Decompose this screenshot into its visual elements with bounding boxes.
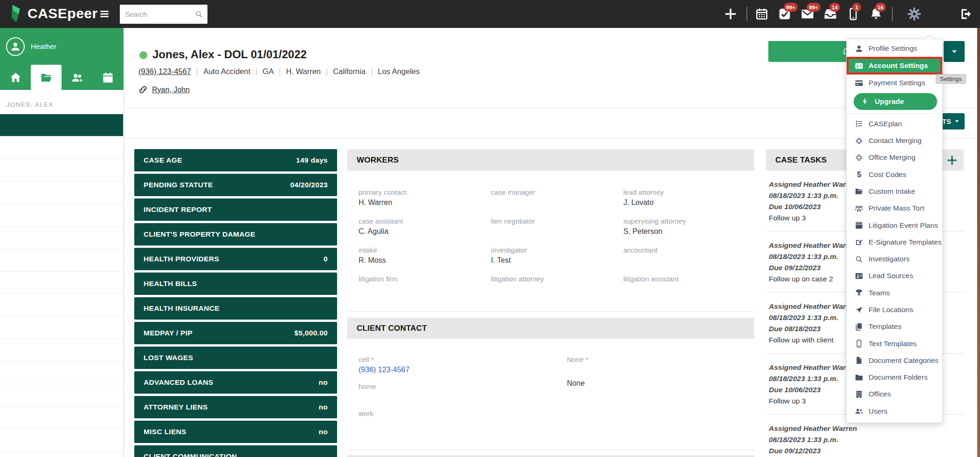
- sidebar-item[interactable]: [0, 249, 123, 272]
- credit-card-icon: [855, 79, 863, 88]
- texts-button[interactable]: 1: [846, 7, 860, 21]
- sidebar-item[interactable]: [0, 339, 123, 362]
- menu-item-users[interactable]: Users: [847, 403, 942, 420]
- hamburger-menu-icon[interactable]: [98, 8, 111, 20]
- stat-bar[interactable]: ADVANCED LOANS no: [134, 371, 337, 394]
- case-phone-link[interactable]: (936) 123-4567: [138, 67, 191, 76]
- linked-contact-link[interactable]: Ryan, John: [152, 86, 190, 94]
- logout-button[interactable]: [959, 14, 973, 22]
- sidebar-profile-panel: Heather: [0, 28, 124, 90]
- add-task-icon[interactable]: [946, 154, 958, 166]
- worker-field: lead attorney J. Lovato: [623, 188, 754, 210]
- case-meta-row: (936) 123-4567 |Auto Accident |GA |H. Wa…: [138, 67, 420, 76]
- menu-item-private-mass-tort[interactable]: Private Mass Tort: [847, 200, 942, 217]
- sidebar-item[interactable]: [0, 226, 123, 249]
- worker-field: supervising attorney S. Peterson: [623, 217, 754, 239]
- sidebar-item[interactable]: [0, 362, 123, 384]
- menu-item-payment-settings[interactable]: Payment Settings: [847, 75, 942, 91]
- stat-bar[interactable]: LOST WAGES: [134, 347, 337, 369]
- stat-bar[interactable]: PENDING STATUTE 04/20/2023: [134, 174, 337, 196]
- stat-bar[interactable]: MEDPAY / PIP $5,000.00: [134, 322, 337, 344]
- sidebar-item[interactable]: [0, 159, 123, 182]
- menu-item-office-merging[interactable]: Office Merging: [847, 149, 942, 166]
- sidebar-item[interactable]: [0, 429, 123, 451]
- sidebar-item[interactable]: [0, 407, 123, 429]
- header-caret-button[interactable]: [944, 41, 965, 62]
- next-section-partial: [347, 450, 754, 457]
- menu-item-teams[interactable]: Teams: [847, 285, 942, 301]
- mail-button[interactable]: 99+: [801, 7, 814, 21]
- sidebar-item[interactable]: [0, 384, 123, 407]
- stat-bar[interactable]: MISC LIENS no: [134, 421, 337, 443]
- sidebar-item[interactable]: [0, 317, 123, 339]
- workers-header: WORKERS: [347, 150, 754, 171]
- link-icon: [138, 85, 148, 95]
- notification-badge: 99+: [784, 3, 798, 12]
- menu-item-upgrade[interactable]: Upgrade: [854, 93, 937, 110]
- casepeer-leaf-icon: [7, 4, 23, 23]
- stat-bar[interactable]: CLIENT'S PROPERTY DAMAGE: [134, 223, 337, 246]
- sidebar-item[interactable]: [0, 136, 123, 159]
- nav-cases[interactable]: [31, 65, 62, 90]
- search-icon[interactable]: [194, 10, 203, 19]
- stat-bar[interactable]: INCIDENT REPORT: [134, 198, 337, 221]
- gear-icon: [907, 7, 921, 21]
- menu-item-document-folders[interactable]: Document Folders: [847, 369, 942, 386]
- menu-item-litigation-event-plans[interactable]: Litigation Event Plans: [847, 217, 942, 233]
- stat-bar[interactable]: CASE AGE 149 days: [134, 149, 337, 171]
- phone-link[interactable]: (936) 123-4567: [359, 366, 567, 377]
- client-contact-section: CLIENT CONTACT cell * (936) 123-4567 hom…: [347, 311, 754, 437]
- stat-bar[interactable]: HEALTH BILLS: [134, 273, 337, 295]
- sidebar-item[interactable]: [0, 182, 123, 204]
- menu-item-text-templates[interactable]: Text Templates: [847, 335, 942, 352]
- notifications-button[interactable]: 16: [869, 7, 883, 21]
- menu-item-file-locations[interactable]: File Locations: [847, 301, 942, 318]
- folder-icon: [855, 373, 863, 382]
- contact-field: work: [359, 409, 567, 431]
- menu-item-caseplan[interactable]: CASEplan: [847, 116, 942, 132]
- menu-item-custom-intake[interactable]: Custom Intake: [847, 183, 942, 200]
- client-contact-header: CLIENT CONTACT: [347, 318, 754, 339]
- signature-icon: [855, 238, 863, 246]
- avatar[interactable]: [6, 37, 25, 56]
- icon-divider: [746, 7, 747, 21]
- contact-card-icon: [855, 272, 863, 280]
- tasks-button[interactable]: 99+: [778, 7, 792, 21]
- stat-bar[interactable]: ATTORNEY LIENS no: [134, 396, 337, 418]
- stat-bar[interactable]: HEALTH PROVIDERS 0: [134, 248, 337, 270]
- nav-home[interactable]: [0, 65, 31, 90]
- menu-item-offices[interactable]: Offices: [847, 386, 942, 402]
- case-title: Jones, Alex - DOL 01/01/2022: [152, 48, 307, 61]
- casepeer-logo[interactable]: CASEpeer: [7, 4, 98, 23]
- menu-item-e-signature-templates[interactable]: E-Signature Templates: [847, 234, 942, 251]
- plus-icon: [724, 7, 738, 21]
- nav-contacts[interactable]: [62, 65, 92, 90]
- sidebar-item[interactable]: [0, 204, 123, 226]
- menu-item-investigators[interactable]: Investigators: [847, 251, 942, 267]
- building-icon: [855, 390, 863, 399]
- settings-gear-button[interactable]: [907, 14, 923, 22]
- folder-open-icon: [40, 71, 53, 84]
- notification-badge: 1: [852, 3, 861, 12]
- menu-item-cost-codes[interactable]: $ Cost Codes: [847, 166, 942, 183]
- mobile-icon: [855, 339, 863, 348]
- sidebar-item[interactable]: [0, 294, 123, 316]
- calendar-button[interactable]: [755, 7, 769, 21]
- stat-bar[interactable]: CLIENT COMMUNICATION: [134, 445, 337, 457]
- inbox-button[interactable]: 14: [823, 7, 837, 21]
- menu-item-templates[interactable]: Templates: [847, 318, 942, 335]
- add-button[interactable]: [724, 7, 738, 21]
- menu-item-lead-sources[interactable]: Lead Sources: [847, 267, 942, 284]
- menu-item-account-settings[interactable]: Account Settings: [847, 57, 942, 75]
- worker-field: investigator I. Test: [491, 246, 623, 267]
- sidebar-item[interactable]: [0, 114, 123, 136]
- calendar-icon: [755, 7, 769, 21]
- bolt-icon: [861, 97, 870, 106]
- sidebar-item[interactable]: [0, 272, 123, 294]
- menu-item-contact-merging[interactable]: Contact Merging: [847, 132, 942, 149]
- search-input[interactable]: [124, 10, 194, 19]
- nav-calendar[interactable]: [92, 65, 123, 90]
- stat-bar[interactable]: HEALTH INSURANCE: [134, 297, 337, 320]
- scrollbar[interactable]: [977, 28, 980, 457]
- menu-item-document-categories[interactable]: Document Categories: [847, 352, 942, 369]
